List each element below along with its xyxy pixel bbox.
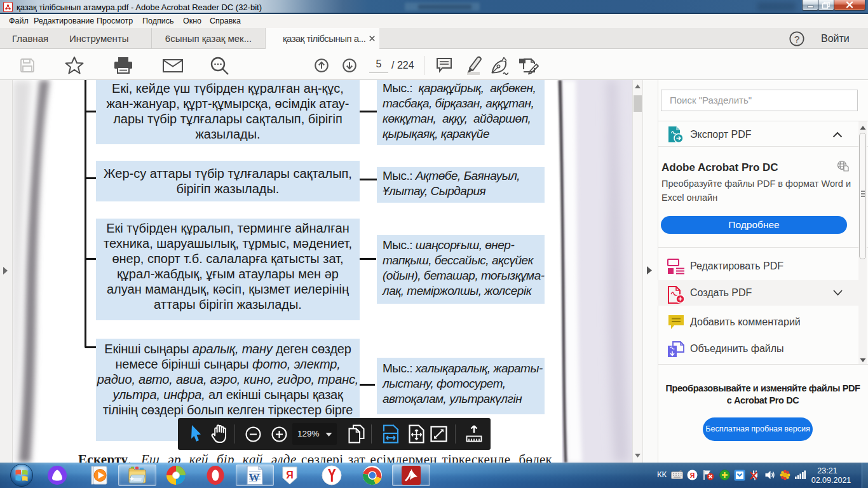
svg-text:?: ? <box>794 34 800 44</box>
svg-text:W: W <box>249 471 260 484</box>
svg-text:Я: Я <box>286 470 294 480</box>
svg-text:Я: Я <box>690 471 695 479</box>
